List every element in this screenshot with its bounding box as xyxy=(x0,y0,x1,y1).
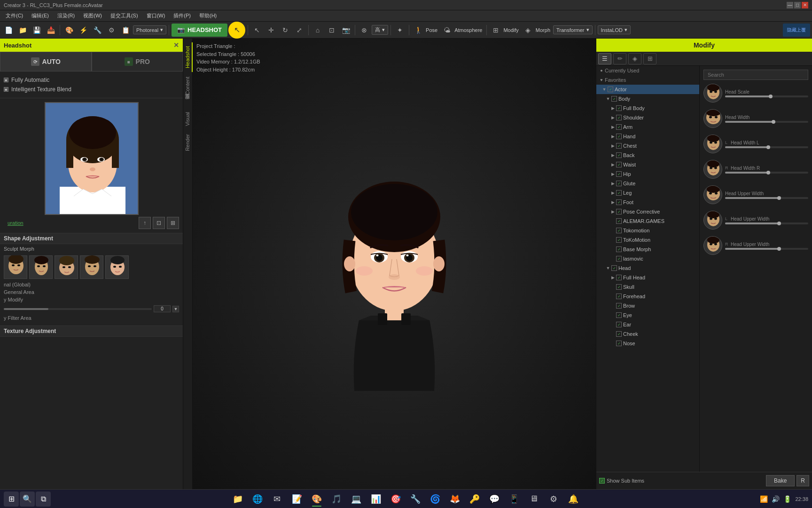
tree-item-body[interactable]: ▼ Body xyxy=(596,94,699,103)
minimize-button[interactable]: — xyxy=(787,2,793,8)
alemar-checkbox[interactable] xyxy=(616,218,622,224)
tool5-button[interactable]: 📋 xyxy=(119,24,132,37)
morph-thumb-4[interactable] xyxy=(80,255,103,279)
forehead-checkbox[interactable] xyxy=(616,294,622,299)
lasmovic-checkbox[interactable] xyxy=(616,256,622,262)
leg-checkbox[interactable] xyxy=(616,190,622,196)
waist-checkbox[interactable] xyxy=(616,162,622,167)
brow-checkbox[interactable] xyxy=(616,303,622,309)
morph-thumb-1[interactable] xyxy=(4,255,27,279)
save-file-button[interactable]: 💾 xyxy=(30,24,43,37)
show-sub-items-container[interactable]: Show Sub Items xyxy=(599,478,644,484)
headshot-cursor-indicator[interactable]: ↖ xyxy=(228,22,245,39)
tree-item-back[interactable]: ▶ Back xyxy=(596,151,699,160)
nose-checkbox[interactable] xyxy=(616,341,622,346)
mod-tab-edit[interactable]: ✏ xyxy=(613,53,626,64)
tree-item-hip[interactable]: ▶ Hip xyxy=(596,169,699,179)
arm-checkbox[interactable] xyxy=(616,124,622,130)
eye-checkbox[interactable] xyxy=(616,312,622,318)
modify-button[interactable]: ⊞ xyxy=(489,24,502,37)
tokomotion-checkbox[interactable] xyxy=(616,228,622,233)
tree-item-skull[interactable]: Skull xyxy=(596,282,699,292)
head-upper-width-r-track[interactable] xyxy=(725,248,808,250)
head-width-r-track[interactable] xyxy=(725,172,808,174)
taskbar-app-13[interactable]: 🔑 xyxy=(465,491,484,508)
taskbar-app-16[interactable]: 🖥 xyxy=(524,491,543,508)
side-tab-proposal[interactable]: 提案 xyxy=(182,100,193,107)
ear-checkbox[interactable] xyxy=(616,322,622,327)
cheek-checkbox[interactable] xyxy=(616,331,622,337)
morph-thumb-2[interactable] xyxy=(29,255,53,279)
headshot-button[interactable]: 📷 HEADSHOT xyxy=(172,24,227,37)
side-tab-content[interactable]: Content xyxy=(183,73,193,99)
actor-checkbox[interactable] xyxy=(608,87,613,92)
taskbar-app-9[interactable]: 🎯 xyxy=(386,491,405,508)
frame-button[interactable]: ⊡ xyxy=(325,24,338,37)
tree-item-cheek[interactable]: Cheek xyxy=(596,329,699,339)
network-icon[interactable]: 📶 xyxy=(760,495,768,503)
maximize-button[interactable]: □ xyxy=(794,2,801,8)
tree-item-favorites[interactable]: ♥ Favorites xyxy=(596,75,699,85)
search-taskbar-button[interactable]: 🔍 xyxy=(20,492,35,507)
tool2-button[interactable]: ⚡ xyxy=(77,24,90,37)
tree-item-actor[interactable]: ▼ Actor xyxy=(596,85,699,94)
auto-tab[interactable]: ⟳ AUTO xyxy=(0,52,92,71)
tree-item-base-morph[interactable]: Base Morph xyxy=(596,245,699,254)
foot-checkbox[interactable] xyxy=(616,199,622,205)
taskbar-app-17[interactable]: ⚙ xyxy=(544,491,563,508)
bake-button[interactable]: Bake xyxy=(766,475,795,486)
taskbar-app-7[interactable]: 💻 xyxy=(347,491,366,508)
menu-plugin[interactable]: 插件(P) xyxy=(170,11,195,20)
hide-overlay-button[interactable]: 隐藏上覆 xyxy=(783,24,810,37)
tree-item-full-head[interactable]: ▶ Full Head xyxy=(596,273,699,282)
clock[interactable]: 22:38 xyxy=(795,496,808,502)
task-view-button[interactable]: ⧉ xyxy=(36,492,51,507)
battery-icon[interactable]: 🔋 xyxy=(783,495,791,503)
fully-automatic-checkbox[interactable]: ■ xyxy=(4,78,8,82)
save-photo-button[interactable]: ⊡ xyxy=(153,217,165,229)
volume-icon[interactable]: 🔊 xyxy=(772,495,780,503)
back-checkbox[interactable] xyxy=(616,152,622,158)
tree-item-eye[interactable]: Eye xyxy=(596,310,699,320)
close-button[interactable]: ✕ xyxy=(802,2,808,8)
tree-item-forehead[interactable]: Forehead xyxy=(596,292,699,301)
taskbar-app-11[interactable]: 🌀 xyxy=(426,491,445,508)
hip-checkbox[interactable] xyxy=(616,171,622,177)
slider-decrement[interactable]: ▼ xyxy=(172,306,179,312)
tool3-button[interactable]: 🔧 xyxy=(91,24,104,37)
head-width-track[interactable] xyxy=(725,121,808,123)
tree-item-leg[interactable]: ▶ Leg xyxy=(596,188,699,198)
tree-item-pose-corrective[interactable]: ▶ Pose Corrective xyxy=(596,207,699,216)
taskbar-app-14[interactable]: 💬 xyxy=(485,491,504,508)
photoreal-dropdown[interactable]: Photoreal ▾ xyxy=(133,25,166,34)
quality-dropdown[interactable]: 高 ▾ xyxy=(372,25,388,35)
morph-thumb-3[interactable] xyxy=(55,255,78,279)
transformer-dropdown[interactable]: Transformer ▾ xyxy=(553,25,593,34)
taskbar-app-5[interactable]: 🎨 xyxy=(307,491,326,508)
tree-item-ear[interactable]: Ear xyxy=(596,320,699,329)
head-upper-width-l-track[interactable] xyxy=(725,222,808,224)
rotate-button[interactable]: ↻ xyxy=(279,24,292,37)
base-morph-checkbox[interactable] xyxy=(616,246,622,252)
export-photo-button[interactable]: ↑ xyxy=(139,217,151,229)
tree-item-nose[interactable]: Nose xyxy=(596,339,699,348)
select-button[interactable]: ↖ xyxy=(250,24,264,37)
close-headshot-button[interactable]: ✕ xyxy=(173,41,179,49)
taskbar-app-1[interactable]: 📁 xyxy=(228,491,247,508)
open-file-button[interactable]: 📁 xyxy=(16,24,29,37)
cam1-button[interactable]: 📷 xyxy=(339,24,352,37)
bake-extra-button[interactable]: R xyxy=(796,475,809,486)
tree-item-hand[interactable]: ▶ Hand xyxy=(596,132,699,141)
taskbar-app-4[interactable]: 📝 xyxy=(288,491,306,508)
tokomotion2-checkbox[interactable] xyxy=(616,237,622,243)
configuration-link[interactable]: uration xyxy=(4,218,27,228)
wireframe-button[interactable]: ⊗ xyxy=(358,24,371,37)
full-body-checkbox[interactable] xyxy=(616,105,622,111)
viewport-3d[interactable] xyxy=(193,39,596,489)
intelligent-texture-option[interactable]: ■ Intelligent Texture Blend xyxy=(4,85,179,94)
morph-thumb-5[interactable] xyxy=(105,255,129,279)
shoulder-checkbox[interactable] xyxy=(616,115,622,120)
body-checkbox[interactable] xyxy=(611,96,617,102)
pose-button[interactable]: 🚶 xyxy=(412,24,425,37)
substance-painter-button[interactable]: 🎨 xyxy=(62,24,76,37)
